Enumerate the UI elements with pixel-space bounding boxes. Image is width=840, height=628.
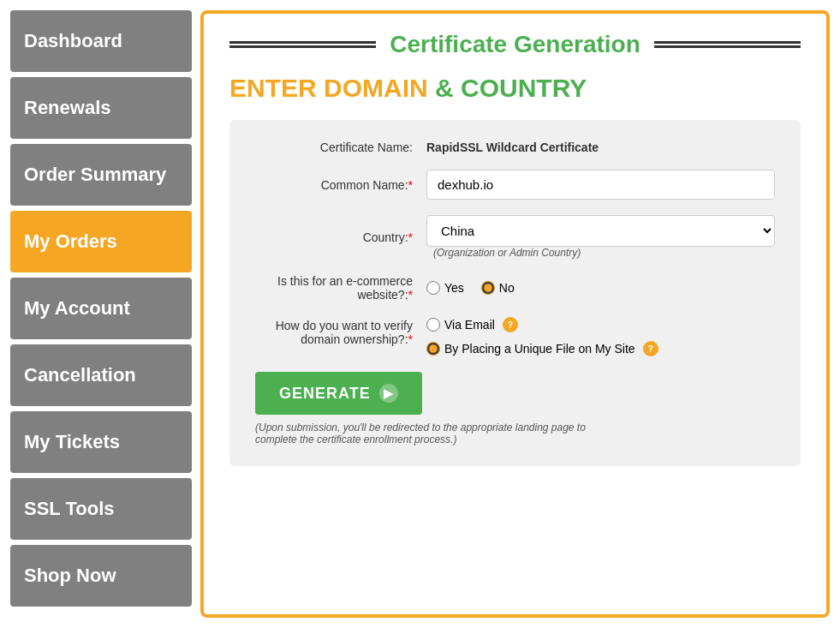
country-wrapper: China United States United Kingdom Germa…: [426, 215, 775, 259]
verify-file-help-icon[interactable]: ?: [643, 341, 658, 356]
generate-button-label: GENERATE: [279, 385, 371, 403]
ecommerce-yes-radio[interactable]: [426, 281, 440, 295]
verify-file-label: By Placing a Unique File on My Site: [444, 342, 635, 356]
country-hint: (Organization or Admin Country): [433, 247, 775, 259]
sidebar-item-label: Dashboard: [24, 30, 122, 52]
form-row-common-name: Common Name:*: [255, 170, 775, 200]
sidebar-item-dashboard[interactable]: Dashboard: [10, 10, 192, 72]
sidebar-item-ssl-tools[interactable]: SSL Tools: [10, 478, 192, 540]
sidebar-item-label: SSL Tools: [24, 498, 115, 520]
section-title-enter: ENTER DOMAIN: [229, 74, 428, 102]
required-star-ecommerce: *: [408, 288, 413, 302]
verify-file-option[interactable]: By Placing a Unique File on My Site ?: [426, 341, 658, 356]
ecommerce-yes-label: Yes: [444, 281, 464, 295]
sidebar-item-label: Shop Now: [24, 565, 116, 587]
verify-label: How do you want to verify domain ownersh…: [255, 317, 426, 346]
ecommerce-no-option[interactable]: No: [481, 281, 515, 295]
generate-arrow-icon: ▶: [379, 384, 398, 403]
ecommerce-label: Is this for an e-commerce website?:*: [255, 274, 426, 302]
required-star: *: [408, 178, 413, 192]
section-title: ENTER DOMAIN & COUNTRY: [229, 74, 801, 103]
common-name-input[interactable]: [426, 170, 775, 200]
section-title-rest: & COUNTRY: [428, 74, 587, 102]
common-name-label: Common Name:*: [255, 178, 426, 192]
sidebar-item-my-account[interactable]: My Account: [10, 278, 192, 339]
form-row-country: Country:* China United States United Kin…: [255, 215, 775, 259]
required-star-country: *: [408, 230, 413, 244]
sidebar-item-label: My Tickets: [24, 431, 120, 453]
form-area: Certificate Name: RapidSSL Wildcard Cert…: [229, 120, 801, 466]
verify-email-label: Via Email: [444, 318, 495, 332]
verify-group: Via Email ? By Placing a Unique File on …: [426, 317, 658, 356]
verify-email-option[interactable]: Via Email ?: [426, 317, 658, 332]
sidebar-item-shop-now[interactable]: Shop Now: [10, 545, 192, 607]
sidebar-item-my-orders[interactable]: My Orders: [10, 211, 192, 272]
sidebar-item-label: Cancellation: [24, 364, 136, 386]
header-lines-right: [654, 41, 801, 48]
sidebar-item-renewals[interactable]: Renewals: [10, 77, 192, 139]
certificate-name-value: RapidSSL Wildcard Certificate: [426, 141, 599, 154]
submit-note: (Upon submission, you'll be redirected t…: [255, 422, 598, 446]
sidebar-item-label: Order Summary: [24, 164, 166, 186]
verify-file-radio[interactable]: [426, 342, 440, 356]
header-lines-left: [229, 41, 376, 48]
form-row-verify: How do you want to verify domain ownersh…: [255, 317, 775, 356]
sidebar-item-label: My Orders: [24, 230, 117, 253]
country-select[interactable]: China United States United Kingdom Germa…: [426, 215, 775, 247]
ecommerce-no-radio[interactable]: [481, 281, 495, 295]
generate-button[interactable]: GENERATE ▶: [255, 372, 422, 415]
certificate-name-label: Certificate Name:: [255, 141, 426, 154]
sidebar-item-label: Renewals: [24, 97, 111, 119]
form-row-ecommerce: Is this for an e-commerce website?:* Yes…: [255, 274, 775, 302]
page-title: Certificate Generation: [390, 31, 640, 58]
ecommerce-yes-option[interactable]: Yes: [426, 281, 464, 295]
required-star-verify: *: [408, 332, 413, 346]
verify-email-radio[interactable]: [426, 318, 440, 332]
ecommerce-no-label: No: [499, 281, 515, 295]
sidebar-item-label: My Account: [24, 297, 130, 320]
sidebar: Dashboard Renewals Order Summary My Orde…: [10, 10, 200, 618]
sidebar-item-my-tickets[interactable]: My Tickets: [10, 411, 192, 473]
main-content: Certificate Generation ENTER DOMAIN & CO…: [200, 10, 830, 618]
form-row-certificate-name: Certificate Name: RapidSSL Wildcard Cert…: [255, 141, 775, 154]
page-header: Certificate Generation: [229, 31, 801, 58]
sidebar-item-cancellation[interactable]: Cancellation: [10, 344, 192, 406]
sidebar-item-order-summary[interactable]: Order Summary: [10, 144, 192, 206]
ecommerce-radio-group: Yes No: [426, 281, 515, 295]
country-label: Country:*: [255, 230, 426, 244]
verify-email-help-icon[interactable]: ?: [503, 317, 518, 332]
